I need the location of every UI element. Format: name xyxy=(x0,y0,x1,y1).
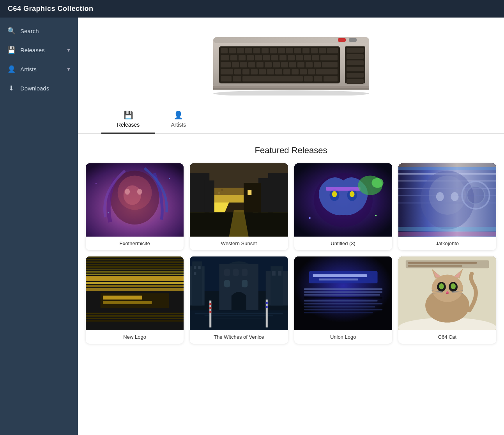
svg-rect-120 xyxy=(398,167,496,170)
svg-rect-81 xyxy=(108,212,109,214)
tab-artists-icon: 👤 xyxy=(173,110,183,120)
svg-rect-45 xyxy=(314,62,321,67)
svg-rect-140 xyxy=(86,269,184,271)
svg-rect-186 xyxy=(304,306,375,308)
artists-chevron-icon: ▼ xyxy=(66,67,71,72)
svg-rect-173 xyxy=(266,302,268,304)
main-layout: 🔍 Search 💾 Releases ▼ 👤 Artists ▼ ⬇ Down… xyxy=(0,18,504,435)
svg-rect-63 xyxy=(314,76,322,81)
app-title: C64 Graphics Collection xyxy=(8,5,94,13)
svg-point-76 xyxy=(124,186,141,205)
svg-rect-141 xyxy=(86,271,184,273)
svg-rect-177 xyxy=(309,271,377,283)
svg-rect-139 xyxy=(86,267,184,268)
svg-rect-151 xyxy=(194,267,196,270)
svg-rect-138 xyxy=(86,264,184,265)
svg-rect-174 xyxy=(266,306,268,308)
svg-rect-53 xyxy=(275,69,282,74)
svg-point-104 xyxy=(349,191,354,197)
svg-point-118 xyxy=(429,175,466,215)
svg-point-78 xyxy=(137,189,142,195)
release-thumb-c64-cat xyxy=(398,256,496,330)
main-content: 💾 Releases 👤 Artists Featured Releases xyxy=(78,18,504,435)
svg-rect-39 xyxy=(265,62,272,67)
release-card-western-sunset[interactable]: Western Sunset xyxy=(190,163,288,250)
svg-rect-28 xyxy=(279,55,286,60)
svg-rect-159 xyxy=(242,280,248,288)
svg-rect-10 xyxy=(245,48,252,53)
svg-rect-16 xyxy=(294,48,301,53)
svg-rect-38 xyxy=(256,62,263,67)
svg-rect-176 xyxy=(294,256,392,330)
svg-rect-182 xyxy=(304,294,380,296)
svg-rect-47 xyxy=(221,69,233,74)
svg-point-107 xyxy=(371,178,383,188)
svg-rect-11 xyxy=(253,48,260,53)
svg-rect-24 xyxy=(247,55,254,60)
svg-rect-48 xyxy=(234,69,241,74)
release-card-untitled[interactable]: Untitled (3) xyxy=(294,163,392,250)
svg-rect-137 xyxy=(86,262,184,263)
svg-rect-25 xyxy=(255,55,262,60)
svg-rect-34 xyxy=(221,62,231,67)
svg-rect-178 xyxy=(313,274,366,278)
svg-rect-96 xyxy=(218,192,220,194)
sidebar-item-downloads[interactable]: ⬇ Downloads xyxy=(0,79,78,98)
sidebar-label-downloads: Downloads xyxy=(20,85,71,92)
release-name-western-sunset: Western Sunset xyxy=(190,237,288,250)
artists-icon: 👤 xyxy=(7,65,16,73)
svg-rect-64 xyxy=(324,76,338,81)
app-header: C64 Graphics Collection xyxy=(0,0,504,18)
release-card-witches-venice[interactable]: The Witches of Venice xyxy=(190,256,288,343)
svg-rect-162 xyxy=(272,271,276,276)
svg-rect-163 xyxy=(278,271,281,276)
tab-releases[interactable]: 💾 Releases xyxy=(101,107,155,134)
svg-rect-4 xyxy=(349,38,357,42)
svg-rect-170 xyxy=(210,307,212,309)
sidebar-item-releases[interactable]: 💾 Releases ▼ xyxy=(0,41,78,60)
release-name-witches-venice: The Witches of Venice xyxy=(190,330,288,344)
svg-rect-121 xyxy=(398,232,496,236)
svg-rect-40 xyxy=(273,62,280,67)
svg-rect-12 xyxy=(262,48,269,53)
svg-rect-22 xyxy=(230,55,237,60)
svg-rect-79 xyxy=(95,183,97,184)
release-card-union-logo[interactable]: Union Logo xyxy=(294,256,392,343)
svg-rect-46 xyxy=(322,62,338,67)
svg-rect-119 xyxy=(398,163,496,167)
release-name-untitled: Untitled (3) xyxy=(294,237,392,250)
release-card-c64-cat[interactable]: C64 Cat xyxy=(398,256,496,343)
release-thumb-western-sunset xyxy=(190,163,288,237)
svg-rect-157 xyxy=(242,269,248,276)
svg-rect-51 xyxy=(259,69,266,74)
svg-point-201 xyxy=(451,284,456,290)
svg-rect-130 xyxy=(86,285,184,287)
release-thumb-jatkojohto xyxy=(398,163,496,237)
svg-rect-42 xyxy=(289,62,296,67)
sidebar-item-search[interactable]: 🔍 Search xyxy=(0,21,78,41)
svg-rect-20 xyxy=(327,48,338,53)
release-thumb-exothermicite xyxy=(86,163,184,237)
svg-rect-3 xyxy=(338,38,346,42)
svg-rect-129 xyxy=(86,282,184,284)
sidebar: 🔍 Search 💾 Releases ▼ 👤 Artists ▼ ⬇ Down… xyxy=(0,18,78,435)
svg-rect-109 xyxy=(375,215,377,216)
svg-rect-61 xyxy=(242,76,303,81)
svg-rect-27 xyxy=(271,55,278,60)
svg-rect-179 xyxy=(318,279,358,281)
release-card-new-logo[interactable]: New Logo xyxy=(86,256,184,343)
release-thumb-new-logo xyxy=(86,256,184,330)
svg-rect-32 xyxy=(312,55,319,60)
svg-rect-146 xyxy=(86,320,184,322)
svg-rect-142 xyxy=(86,274,184,275)
release-card-exothermicite[interactable]: Exothermicité xyxy=(86,163,184,250)
release-card-jatkojohto[interactable]: Jatkojohto xyxy=(398,163,496,250)
tab-artists[interactable]: 👤 Artists xyxy=(155,107,202,134)
svg-rect-56 xyxy=(300,69,307,74)
svg-rect-59 xyxy=(221,76,232,81)
svg-rect-68 xyxy=(347,67,364,71)
sidebar-item-artists[interactable]: 👤 Artists ▼ xyxy=(0,60,78,79)
svg-point-103 xyxy=(332,191,337,197)
svg-rect-156 xyxy=(233,269,239,276)
svg-rect-93 xyxy=(248,190,251,195)
